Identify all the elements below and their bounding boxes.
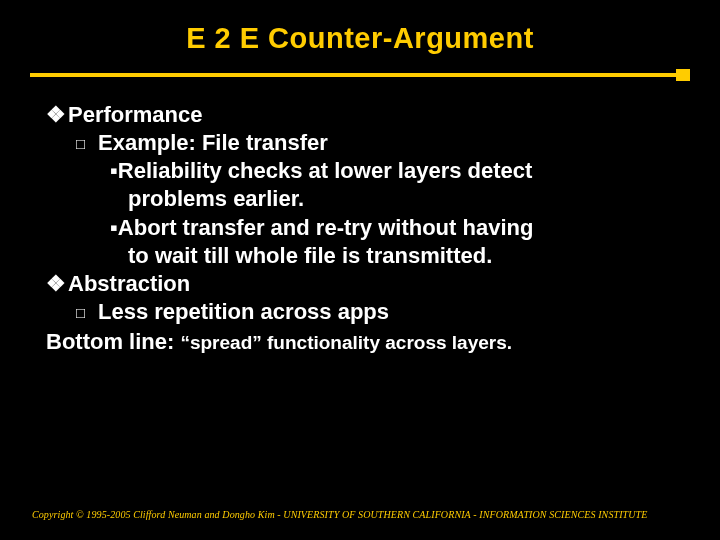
- title-divider: [30, 69, 690, 81]
- slide-body: ❖Performance □Example: File transfer ▪Re…: [0, 81, 720, 356]
- bullet-reliability: ▪Reliability checks at lower layers dete…: [40, 157, 680, 213]
- text-example: Example: File transfer: [98, 130, 328, 155]
- bullet-abort: ▪Abort transfer and re-try without havin…: [40, 214, 680, 270]
- text-performance: Performance: [68, 102, 203, 127]
- bottom-line: Bottom line: “spread” functionality acro…: [40, 326, 680, 356]
- text-abort-line2: to wait till whole file is transmitted.: [128, 243, 492, 268]
- bullet-abstraction: ❖Abstraction: [40, 270, 680, 298]
- copyright-footer: Copyright © 1995-2005 Clifford Neuman an…: [32, 509, 647, 520]
- diamond-icon: ❖: [46, 101, 68, 129]
- square-solid-icon: ▪: [110, 215, 118, 240]
- bottom-text: “spread” functionality across layers.: [180, 332, 512, 353]
- diamond-icon: ❖: [46, 270, 68, 298]
- text-reliability-line2: problems earlier.: [128, 186, 304, 211]
- square-outline-icon: □: [76, 134, 98, 153]
- text-abort-line1: Abort transfer and re-try without having: [118, 215, 534, 240]
- square-outline-icon: □: [76, 303, 98, 322]
- divider-cap: [676, 69, 690, 81]
- bullet-example: □Example: File transfer: [40, 129, 680, 157]
- divider-line: [30, 73, 690, 77]
- text-abstraction: Abstraction: [68, 271, 190, 296]
- text-reliability-line1: Reliability checks at lower layers detec…: [118, 158, 533, 183]
- slide-title: E 2 E Counter-Argument: [0, 0, 720, 55]
- square-solid-icon: ▪: [110, 158, 118, 183]
- bullet-less-rep: □Less repetition across apps: [40, 298, 680, 326]
- slide: E 2 E Counter-Argument ❖Performance □Exa…: [0, 0, 720, 540]
- bottom-label: Bottom line:: [46, 329, 180, 354]
- text-less-rep: Less repetition across apps: [98, 299, 389, 324]
- bullet-performance: ❖Performance: [40, 101, 680, 129]
